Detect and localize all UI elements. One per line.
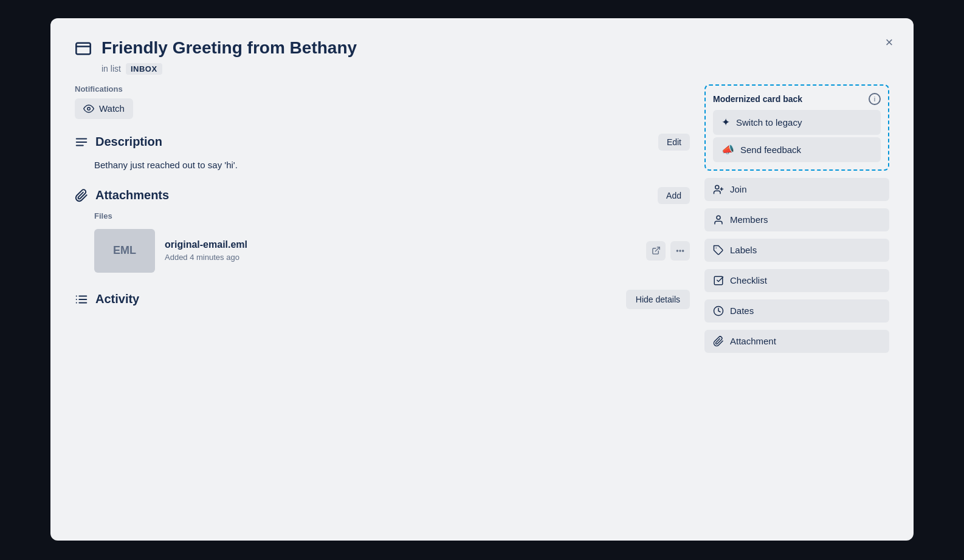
paperclip-icon [75, 189, 88, 202]
attachments-title-row: Attachments Add [75, 187, 690, 204]
in-list-label: in list [102, 64, 121, 73]
card-modal: Friendly Greeting from Bethany in list I… [50, 18, 914, 541]
svg-point-19 [717, 216, 720, 219]
activity-title-left: Activity [75, 292, 139, 306]
activity-icon [75, 293, 88, 306]
file-thumbnail: EML [94, 229, 155, 273]
description-body: Bethany just reached out to say 'hi'. [75, 158, 690, 172]
activity-title: Activity [95, 292, 139, 306]
file-info: original-email.eml Added 4 minutes ago [165, 239, 636, 262]
hide-details-button[interactable]: Hide details [626, 290, 690, 309]
modal-title-area: Friendly Greeting from Bethany in list I… [102, 38, 889, 75]
watch-label: Watch [99, 103, 125, 114]
svg-point-2 [88, 107, 91, 110]
attachments-section: Attachments Add Files EML original-email… [75, 187, 690, 275]
modal-header: Friendly Greeting from Bethany in list I… [50, 18, 914, 84]
main-content: Notifications Watch [75, 84, 690, 516]
card-icon [75, 40, 92, 60]
join-label: Join [730, 184, 747, 194]
modernized-title: Modernized card back [713, 94, 802, 104]
switch-icon: ✦ [721, 116, 730, 129]
watch-button[interactable]: Watch [75, 98, 133, 119]
members-label: Members [730, 214, 768, 225]
feedback-icon: 📣 [721, 143, 734, 156]
switch-to-legacy-label: Switch to legacy [736, 117, 802, 128]
labels-label: Labels [730, 245, 757, 255]
file-open-button[interactable] [646, 241, 666, 261]
svg-rect-21 [714, 276, 723, 285]
card-title: Friendly Greeting from Bethany [102, 38, 889, 58]
description-icon [75, 135, 88, 149]
description-title-left: Description [75, 135, 162, 149]
file-meta: Added 4 minutes ago [165, 253, 636, 262]
description-title: Description [95, 135, 162, 149]
file-actions [646, 241, 690, 261]
file-thumb-label: EML [113, 244, 136, 257]
svg-rect-0 [76, 43, 90, 55]
notifications-label: Notifications [75, 84, 690, 94]
list-badge: INBOX [126, 63, 162, 75]
modernized-header: Modernized card back i [713, 93, 881, 105]
file-item: EML original-email.eml Added 4 minutes a… [75, 227, 690, 275]
checklist-button[interactable]: Checklist [704, 269, 889, 292]
members-button[interactable]: Members [704, 208, 889, 231]
modal-body: Notifications Watch [50, 84, 914, 541]
svg-line-6 [655, 247, 659, 251]
attachment-icon [713, 336, 724, 347]
attachments-title: Attachments [95, 188, 169, 202]
description-title-row: Description Edit [75, 134, 690, 151]
send-feedback-label: Send feedback [740, 145, 801, 155]
send-feedback-button[interactable]: 📣 Send feedback [713, 137, 881, 162]
checklist-label: Checklist [730, 275, 767, 285]
join-icon [713, 184, 724, 195]
svg-point-7 [677, 250, 678, 251]
dates-label: Dates [730, 306, 754, 316]
svg-point-9 [683, 250, 684, 251]
more-icon [675, 246, 685, 256]
description-section: Description Edit Bethany just reached ou… [75, 134, 690, 172]
modal-overlay: Friendly Greeting from Bethany in list I… [0, 0, 964, 560]
labels-icon [713, 245, 724, 256]
svg-point-8 [680, 250, 681, 251]
checklist-icon [713, 275, 724, 286]
attachment-button[interactable]: Attachment [704, 330, 889, 353]
activity-section: Activity Hide details [75, 290, 690, 309]
external-link-icon [652, 246, 661, 255]
join-button[interactable]: Join [704, 178, 889, 201]
attachment-label: Attachment [730, 336, 776, 346]
notifications-section: Notifications Watch [75, 84, 690, 119]
dates-button[interactable]: Dates [704, 299, 889, 323]
sidebar: Modernized card back i ✦ Switch to legac… [704, 84, 889, 516]
members-icon [713, 214, 724, 225]
modernized-card-back-box: Modernized card back i ✦ Switch to legac… [704, 84, 889, 171]
svg-point-16 [715, 185, 719, 189]
activity-title-row: Activity Hide details [75, 290, 690, 309]
add-attachment-button[interactable]: Add [658, 187, 690, 204]
file-more-button[interactable] [670, 241, 690, 261]
eye-icon [83, 103, 94, 114]
attachments-title-left: Attachments [75, 188, 169, 202]
info-icon[interactable]: i [869, 93, 881, 105]
dates-icon [713, 306, 724, 316]
file-name: original-email.eml [165, 239, 636, 250]
switch-to-legacy-button[interactable]: ✦ Switch to legacy [713, 110, 881, 135]
close-button[interactable]: × [877, 30, 901, 55]
edit-description-button[interactable]: Edit [658, 134, 690, 151]
labels-button[interactable]: Labels [704, 239, 889, 262]
files-label: Files [75, 211, 690, 220]
card-subtitle: in list INBOX [102, 63, 889, 75]
